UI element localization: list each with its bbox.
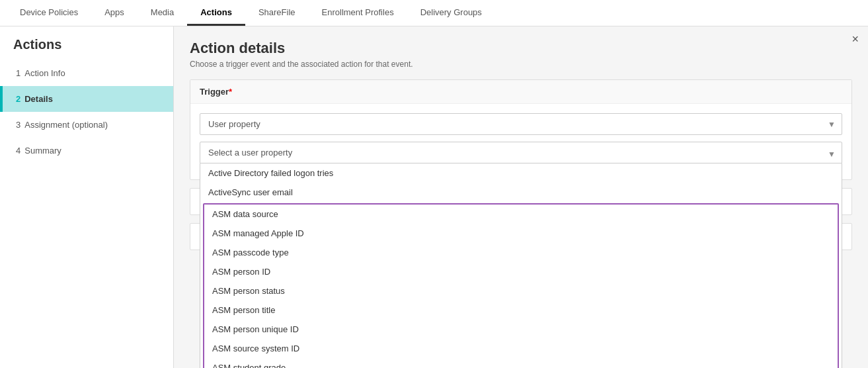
tab-media[interactable]: Media xyxy=(138,0,187,26)
step-number-2: 2 xyxy=(16,94,20,104)
user-property-input[interactable]: Select a user property xyxy=(200,142,842,163)
step-label-summary: Summary xyxy=(24,146,61,156)
step-number-4: 4 xyxy=(16,146,20,156)
user-property-dropdown-container: Select a user property ▼ Active Director… xyxy=(200,142,842,163)
sidebar-title: Actions xyxy=(0,26,173,60)
trigger-body: User property ▼ Select a user property ▼… xyxy=(190,104,851,179)
step-label-details: Details xyxy=(24,94,53,104)
tab-delivery-groups[interactable]: Delivery Groups xyxy=(407,0,495,26)
tab-enrollment-profiles[interactable]: Enrollment Profiles xyxy=(309,0,407,26)
list-item-group-asm: ASM data source ASM managed Apple ID ASM… xyxy=(203,203,839,368)
list-item-asm-person-title[interactable]: ASM person title xyxy=(204,300,838,320)
trigger-section: Trigger* User property ▼ Select a user p… xyxy=(190,79,852,180)
tab-device-policies[interactable]: Device Policies xyxy=(7,0,91,26)
list-item-asm-person-status[interactable]: ASM person status xyxy=(204,281,838,300)
list-item-asm-student-grade[interactable]: ASM student grade xyxy=(204,358,838,368)
sidebar-step-details[interactable]: 2 Details xyxy=(0,86,173,112)
sidebar: Actions 1 Action Info 2 Details 3 Assign… xyxy=(0,26,174,368)
list-item-asm-data-source[interactable]: ASM data source xyxy=(204,205,838,224)
close-button[interactable]: × xyxy=(851,33,859,45)
top-navigation: Device Policies Apps Media Actions Share… xyxy=(0,0,868,26)
user-property-dropdown-list[interactable]: Active Directory failed logon tries Acti… xyxy=(200,163,842,368)
list-item-asm-source-system-id[interactable]: ASM source system ID xyxy=(204,339,838,358)
step-label-action-info: Action Info xyxy=(24,68,65,78)
tab-apps[interactable]: Apps xyxy=(91,0,138,26)
list-item-ad-failed-logon[interactable]: Active Directory failed logon tries xyxy=(200,163,842,183)
list-item-asm-managed-apple-id[interactable]: ASM managed Apple ID xyxy=(204,224,838,243)
sidebar-steps: 1 Action Info 2 Details 3 Assignment (op… xyxy=(0,60,173,163)
sidebar-step-action-info[interactable]: 1 Action Info xyxy=(0,60,173,86)
page-subtitle: Choose a trigger event and the associate… xyxy=(190,60,852,69)
trigger-header: Trigger* xyxy=(190,80,851,104)
main-layout: Actions 1 Action Info 2 Details 3 Assign… xyxy=(0,26,868,368)
step-label-assignment: Assignment (optional) xyxy=(24,120,108,130)
list-item-asm-passcode-type[interactable]: ASM passcode type xyxy=(204,243,838,262)
page-title: Action details xyxy=(190,40,852,57)
list-item-activesync-email[interactable]: ActiveSync user email xyxy=(200,183,842,202)
tab-actions[interactable]: Actions xyxy=(187,0,245,26)
list-item-asm-person-id[interactable]: ASM person ID xyxy=(204,262,838,281)
trigger-type-dropdown-row: User property ▼ xyxy=(200,113,842,135)
sidebar-step-assignment[interactable]: 3 Assignment (optional) xyxy=(0,112,173,138)
tab-sharefile[interactable]: ShareFile xyxy=(245,0,309,26)
trigger-type-dropdown[interactable]: User property xyxy=(200,113,842,135)
required-indicator: * xyxy=(229,87,232,97)
step-number-1: 1 xyxy=(16,68,20,78)
content-area: × Action details Choose a trigger event … xyxy=(174,26,868,368)
step-number-3: 3 xyxy=(16,120,20,130)
sidebar-step-summary[interactable]: 4 Summary xyxy=(0,138,173,163)
trigger-label: Trigger xyxy=(200,87,229,97)
list-item-asm-person-unique-id[interactable]: ASM person unique ID xyxy=(204,320,838,339)
